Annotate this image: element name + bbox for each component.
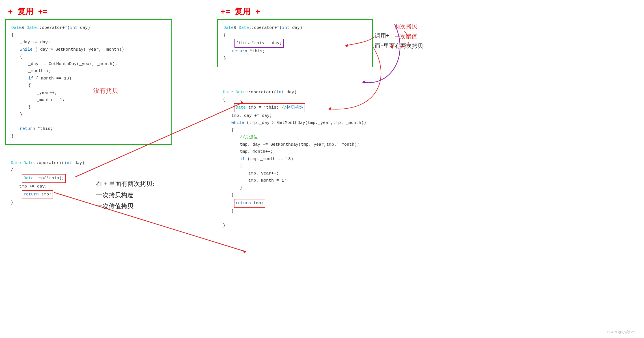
code-line: if (tmp._month == 13)	[223, 156, 404, 163]
code-line: Date& Date::operator+=(int day)	[11, 24, 166, 32]
code-line: tmp._month++;	[223, 148, 404, 156]
code-line: Date tmp(*this);	[11, 174, 93, 183]
code-line: _day += day;	[11, 39, 166, 46]
code-line: _day -= GetMonthDay(_year, _month);	[11, 61, 166, 68]
code-line: {	[223, 127, 404, 134]
code-line: {	[11, 32, 166, 39]
code-line: tmp += day;	[11, 183, 93, 190]
code-line	[223, 215, 404, 222]
code-line: }	[223, 222, 404, 229]
annotation-two-copy-right: 两次拷贝 一次赋值	[395, 21, 417, 42]
code-line: _year++;	[11, 89, 166, 97]
code-line: tmp._year++;	[223, 170, 404, 177]
code-line: }	[223, 55, 367, 62]
code-line: {	[11, 82, 166, 89]
code-line: }	[11, 133, 166, 140]
code-line: return tmp;	[11, 190, 93, 199]
code-line: tmp._day -= GetMonthDay(tmp._year,tmp. _…	[223, 141, 404, 148]
code-line: }	[223, 184, 404, 192]
svg-marker-3	[243, 250, 246, 253]
title-left: + 复用 +=	[8, 6, 48, 17]
code-line: tmp._month = 1;	[223, 177, 404, 184]
code-line: //月进位	[223, 134, 404, 141]
page-container: + 复用 += += 复用 + Date& Date::operator+=(i…	[0, 0, 644, 338]
highlight-return-tmp-old: return tmp;	[22, 190, 53, 199]
code-box-bottom-left: Date Date::operator+(int day) { Date tmp…	[5, 155, 98, 211]
code-line: }	[223, 208, 404, 215]
code-line: }	[223, 191, 404, 199]
code-line: {	[11, 53, 166, 61]
code-line: }	[11, 111, 166, 118]
code-box-top-left: Date& Date::operator+=(int day) { _day +…	[5, 19, 172, 145]
code-line: {	[223, 163, 404, 170]
svg-marker-6	[362, 80, 365, 84]
code-line: *this=*this + day;	[223, 39, 367, 48]
code-line: return tmp;	[223, 199, 404, 208]
code-line: Date& Date::operator+=(int day)	[223, 24, 367, 32]
highlight-date-tmp-new: Date tmp = *this; //拷贝构造	[234, 103, 305, 112]
title-right: += 复用 +	[221, 6, 260, 17]
code-line: Date Date::operator+(int day)	[223, 89, 404, 96]
code-line: _month++;	[11, 68, 166, 75]
annotation-no-copy: 没有拷贝	[93, 87, 118, 95]
code-line: if (_month == 13)	[11, 75, 166, 82]
code-line: Date Date::operator+(int day)	[11, 160, 93, 167]
watermark: CSDN @小次CYG	[607, 330, 637, 335]
highlight-this-plus: *this=*this + day;	[234, 39, 284, 48]
code-line: _month = 1;	[11, 96, 166, 104]
highlight-date-tmp-old: Date tmp(*this);	[22, 174, 66, 183]
code-line: }	[11, 199, 93, 206]
annotation-two-copy-bottom: 在 + 里面有两次拷贝: 一次拷贝构造 一次传值拷贝	[96, 178, 154, 212]
code-box-bottom-right: Date Date::operator+(int day) { Date tmp…	[217, 84, 410, 234]
code-line: }	[11, 104, 166, 111]
code-line	[11, 118, 166, 126]
code-line: {	[11, 167, 93, 174]
code-line: {	[223, 96, 404, 104]
code-line: while (_day > GetMonthDay(_year, _month)…	[11, 46, 166, 53]
code-box-top-right: Date& Date::operator+=(int day) { *this=…	[217, 19, 373, 67]
code-line: return *this;	[11, 125, 166, 133]
highlight-return-tmp-new: return tmp;	[234, 199, 265, 208]
code-line: return *this;	[223, 48, 367, 55]
code-line: tmp._day += day;	[223, 112, 404, 120]
code-line: while (tmp._day > GetMonthDay(tmp._year,…	[223, 119, 404, 127]
code-line: {	[223, 32, 367, 39]
code-line: Date tmp = *this; //拷贝构造	[223, 103, 404, 112]
